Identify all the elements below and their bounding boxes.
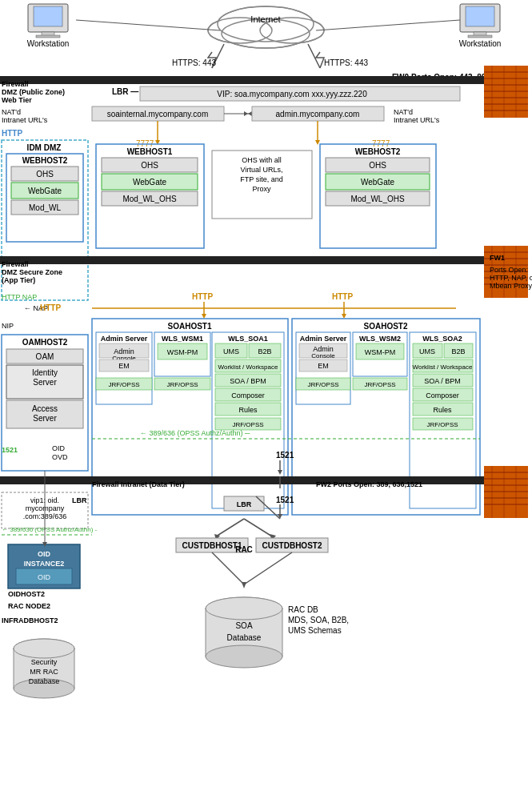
svg-text:OID: OID (38, 550, 51, 558)
svg-text:mycompany: mycompany (26, 504, 65, 512)
svg-text:OHS: OHS (141, 161, 158, 170)
svg-text:HTTP: HTTP (332, 292, 353, 301)
svg-text:Intranet URL's: Intranet URL's (2, 116, 48, 124)
svg-rect-154 (212, 332, 284, 508)
svg-marker-254 (214, 534, 220, 540)
svg-text:Server: Server (33, 414, 57, 423)
svg-text:DMZ Secure Zone: DMZ Secure Zone (2, 268, 62, 276)
svg-rect-67 (11, 183, 78, 199)
svg-rect-185 (353, 378, 407, 390)
svg-text:WEBHOST2: WEBHOST2 (22, 156, 68, 165)
svg-text:1521: 1521 (2, 446, 18, 454)
svg-rect-199 (413, 403, 473, 416)
svg-rect-46 (140, 86, 460, 101)
svg-rect-129 (6, 349, 83, 363)
svg-text:Mod_WL: Mod_WL (29, 203, 61, 212)
svg-marker-76 (315, 140, 320, 145)
svg-point-1 (208, 18, 272, 43)
svg-text:Mod_WL_OHS: Mod_WL_OHS (350, 195, 405, 203)
svg-line-255 (244, 519, 272, 536)
svg-text:← 389/636 (OPSS Authz/Authn) -: ← 389/636 (OPSS Authz/Authn) - (2, 526, 98, 533)
svg-text:Firewall Intranet (Data Tier): Firewall Intranet (Data Tier) (92, 480, 185, 488)
svg-text:HTTPS: 443: HTTPS: 443 (172, 58, 216, 67)
svg-text:JRF/OPSS: JRF/OPSS (426, 421, 458, 428)
svg-point-245 (14, 639, 74, 658)
svg-text:UMS Schemas: UMS Schemas (288, 626, 342, 635)
svg-rect-127 (2, 335, 88, 471)
svg-text:SOA / BPM: SOA / BPM (424, 377, 461, 385)
svg-marker-207 (278, 470, 282, 475)
svg-rect-20 (474, 32, 486, 36)
svg-text:WLS_SOA1: WLS_SOA1 (228, 335, 268, 343)
svg-text:UMS: UMS (223, 347, 239, 355)
svg-rect-193 (413, 359, 473, 372)
svg-text:Console: Console (112, 355, 136, 362)
svg-point-267 (206, 645, 282, 668)
svg-rect-85 (212, 151, 312, 219)
svg-text:Workstation: Workstation (27, 39, 70, 48)
svg-rect-181 (353, 332, 407, 376)
svg-rect-90 (320, 144, 436, 248)
svg-point-244 (14, 679, 74, 698)
svg-text:← 389/636 (OPSS Authz/Authn) ─: ← 389/636 (OPSS Authz/Authn) ─ (140, 429, 250, 437)
svg-rect-227 (2, 492, 88, 528)
svg-point-4 (218, 7, 313, 41)
svg-point-2 (260, 18, 324, 43)
svg-rect-266 (206, 608, 282, 657)
svg-text:JRF/OPSS: JRF/OPSS (166, 381, 198, 388)
svg-text:WebGate: WebGate (361, 178, 394, 187)
svg-text:(App Tier): (App Tier) (2, 276, 35, 284)
svg-rect-69 (11, 200, 78, 215)
svg-text:MDS, SOA, B2B,: MDS, SOA, B2B, (288, 616, 349, 624)
svg-rect-211 (0, 476, 484, 484)
svg-rect-251 (224, 496, 264, 511)
svg-text:SOA / BPM: SOA / BPM (230, 377, 266, 385)
svg-text:Virtual URLs,: Virtual URLs, (241, 166, 283, 174)
svg-text:OID: OID (38, 573, 51, 581)
svg-text:Rules: Rules (433, 406, 452, 414)
svg-line-262 (212, 552, 244, 584)
svg-text:FTP site, and: FTP site, and (240, 175, 282, 183)
svg-text:.com:389/636: .com:389/636 (23, 512, 67, 520)
svg-text:vip1: oid.: vip1: oid. (30, 496, 59, 504)
svg-rect-96 (326, 191, 430, 206)
svg-text:SOAHOST2: SOAHOST2 (363, 322, 407, 331)
svg-text:WSM-PM: WSM-PM (365, 348, 396, 356)
svg-rect-212 (484, 466, 528, 518)
svg-rect-79 (102, 158, 198, 172)
svg-rect-98 (0, 256, 484, 264)
svg-rect-183 (356, 343, 404, 359)
svg-rect-134 (6, 400, 83, 428)
svg-rect-30 (0, 76, 484, 84)
svg-rect-141 (99, 343, 149, 358)
svg-text:LBR: LBR (237, 500, 252, 508)
svg-text:Proxy: Proxy (252, 185, 271, 193)
svg-text:SOAHOST1: SOAHOST1 (167, 322, 211, 331)
svg-text:OIDHOST2: OIDHOST2 (8, 590, 45, 598)
svg-text:WLS_WSM2: WLS_WSM2 (359, 335, 401, 343)
svg-marker-57 (248, 111, 252, 116)
svg-text:DMZ (Public Zone): DMZ (Public Zone) (2, 88, 65, 96)
svg-text:HTTP, NAP, opmn,: HTTP, NAP, opmn, (490, 274, 532, 282)
svg-text:Server: Server (33, 378, 57, 387)
svg-point-6 (261, 18, 323, 42)
svg-text:WebGate: WebGate (28, 187, 62, 195)
svg-rect-156 (215, 343, 247, 358)
svg-rect-187 (410, 332, 476, 508)
svg-rect-52 (92, 106, 224, 121)
svg-point-268 (206, 597, 282, 620)
svg-rect-197 (413, 388, 473, 401)
svg-rect-148 (158, 343, 207, 359)
svg-text:WLS_WSM1: WLS_WSM1 (162, 335, 203, 343)
svg-text:VIP: soa.mycompany.com   xxx.y: VIP: soa.mycompany.com xxx.yyy.zzz.220 (217, 90, 367, 98)
svg-marker-74 (155, 140, 160, 145)
svg-rect-237 (16, 568, 72, 584)
svg-rect-144 (99, 359, 149, 371)
svg-marker-250 (42, 542, 47, 547)
svg-text:HTTPS: 443: HTTPS: 443 (324, 58, 368, 67)
svg-text:HTTP: HTTP (192, 292, 213, 301)
svg-text:MR RAC: MR RAC (30, 668, 58, 676)
svg-text:JRF/OPSS: JRF/OPSS (232, 421, 263, 428)
svg-text:Worklist / Workspace: Worklist / Workspace (413, 363, 473, 371)
svg-point-242 (14, 639, 74, 658)
